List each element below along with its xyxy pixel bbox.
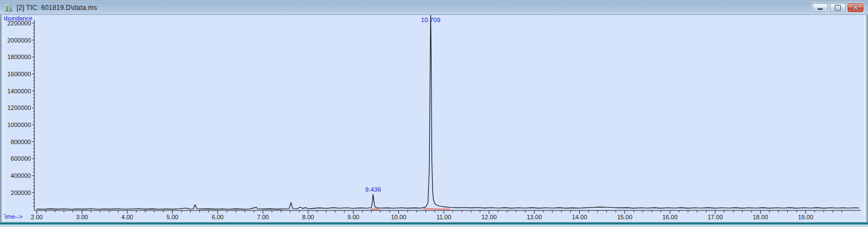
window-bottom-edge — [0, 222, 868, 227]
x-tick-label: 18.00 — [753, 214, 768, 220]
x-tick-label: 8.00 — [302, 214, 314, 220]
y-tick-label: 1800000 — [7, 54, 31, 60]
maximize-button[interactable] — [830, 3, 846, 12]
y-tick-label: 600000 — [11, 155, 31, 162]
chromatogram-app-icon — [4, 3, 13, 12]
minimize-button[interactable] — [812, 3, 828, 12]
x-tick-label: 2.00 — [31, 214, 43, 220]
x-tick-label: 4.00 — [121, 214, 133, 220]
y-tick-label: 400000 — [11, 172, 31, 179]
x-tick-label: 10.00 — [391, 214, 407, 220]
x-tick-label: 3.00 — [76, 214, 88, 220]
y-tick-label: 1600000 — [7, 71, 31, 77]
y-tick-label: 1400000 — [7, 88, 31, 94]
x-tick-label: 5.00 — [167, 214, 178, 220]
integration-baseline — [423, 209, 450, 209]
y-tick-label: 200000 — [11, 189, 31, 196]
window-left-border — [0, 0, 4, 227]
x-tick-label: 12.00 — [481, 214, 497, 220]
tic-trace — [37, 14, 859, 209]
peak-label: 9.436 — [365, 186, 381, 193]
y-tick-label: 1000000 — [7, 122, 31, 128]
x-tick-label: 17.00 — [708, 214, 723, 220]
window-right-border — [864, 0, 868, 227]
y-axis-title: Abundance — [2, 15, 33, 22]
y-tick-label: 800000 — [11, 139, 31, 145]
minimize-icon — [818, 8, 823, 10]
x-tick-label: 15.00 — [617, 214, 632, 220]
x-tick-label: 16.00 — [662, 214, 678, 220]
close-button[interactable] — [848, 3, 864, 12]
x-tick-label: 14.00 — [572, 214, 588, 220]
x-axis-title: Time--> — [2, 213, 23, 220]
x-tick-label: 13.00 — [527, 214, 542, 220]
tic-chart[interactable]: 2000004000006000008000001000000120000014… — [0, 0, 868, 227]
maximize-icon — [835, 5, 841, 10]
tic-window: [2] TIC: 601819.D\data.ms 20000040000060… — [0, 0, 868, 227]
y-tick-label: 2000000 — [7, 37, 31, 44]
window-controls — [812, 3, 864, 12]
x-tick-label: 19.00 — [798, 214, 813, 220]
x-tick-label: 9.00 — [347, 214, 359, 220]
x-tick-label: 7.00 — [257, 214, 269, 220]
x-tick-label: 11.00 — [436, 214, 451, 220]
x-tick-label: 6.00 — [212, 214, 224, 220]
close-icon — [853, 5, 859, 10]
y-tick-label: 1200000 — [7, 104, 31, 111]
peak-label: 10.709 — [421, 17, 440, 23]
window-titlebar[interactable]: [2] TIC: 601819.D\data.ms — [0, 0, 868, 15]
window-title: [2] TIC: 601819.D\data.ms — [17, 4, 97, 12]
